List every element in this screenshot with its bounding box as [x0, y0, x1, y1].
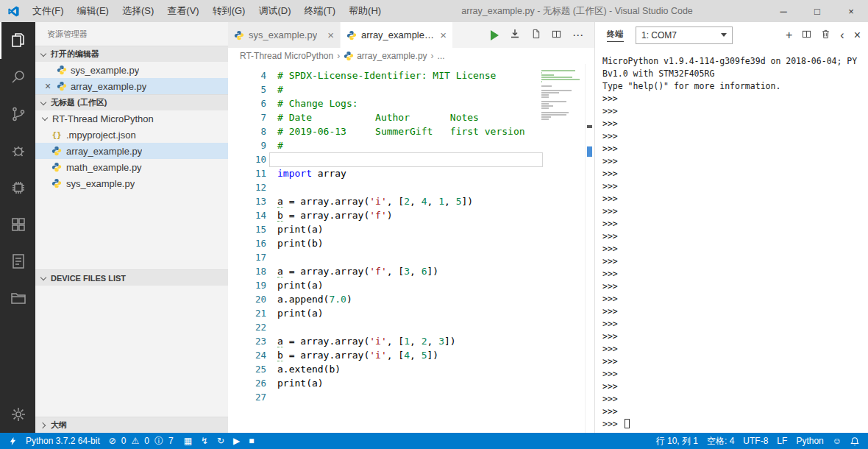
code-line[interactable]: 12	[228, 180, 594, 194]
tab-array_example.py[interactable]: array_example.py×	[341, 22, 453, 48]
code-line[interactable]: 18a = array.array('f', [3, 6])	[228, 264, 594, 278]
code-line[interactable]: 17	[228, 250, 594, 264]
window-title: array_example.py - 无标题 (工作区) - Visual St…	[388, 5, 766, 18]
file-icon[interactable]	[531, 29, 541, 42]
section-device-files[interactable]: DEVICE FILES LIST	[35, 269, 228, 286]
close-icon[interactable]: ×	[327, 29, 334, 41]
notes-icon[interactable]	[0, 243, 35, 280]
python-interpreter[interactable]: Python 3.7.2 64-bit	[21, 433, 104, 449]
code-line[interactable]: 13a = array.array('i', [2, 4, 1, 5])	[228, 194, 594, 208]
board-icon[interactable]: ▦	[179, 433, 196, 449]
new-terminal-icon[interactable]: +	[786, 29, 792, 41]
connection-icon[interactable]	[4, 433, 21, 449]
kill-terminal-icon[interactable]	[821, 29, 830, 42]
close-icon[interactable]: ×	[43, 81, 53, 91]
menu-item[interactable]: 转到(G)	[206, 0, 252, 22]
more-actions-icon[interactable]: ⋯	[572, 29, 584, 42]
folders-icon[interactable]	[0, 280, 35, 317]
close-panel-icon[interactable]: ×	[854, 29, 861, 41]
breadcrumb-item[interactable]: RT-Thread MicroPython	[240, 51, 333, 61]
code-line[interactable]: 26print(a)	[228, 376, 594, 390]
code-editor[interactable]: 4# SPDX-License-Identifier: MIT License5…	[228, 64, 594, 433]
section-outline[interactable]: 大纲	[35, 417, 228, 433]
terminal-output[interactable]: MicroPython v1.9.4-114-g309fe39d on 2018…	[595, 48, 868, 433]
breadcrumb-item[interactable]: ...	[438, 51, 445, 61]
run-icon[interactable]	[491, 30, 499, 40]
code-line[interactable]: 22	[228, 320, 594, 334]
move-panel-icon[interactable]: ‹	[840, 29, 844, 41]
indentation[interactable]: 空格: 4	[702, 433, 739, 449]
open-editor-item[interactable]: ×array_example.py	[35, 78, 228, 94]
stop-icon[interactable]: ■	[244, 433, 258, 449]
feedback-smiley-icon[interactable]: ☺	[828, 433, 846, 449]
menu-item[interactable]: 调试(D)	[252, 0, 297, 22]
source-control-icon[interactable]	[0, 96, 35, 132]
code-line[interactable]: 10	[228, 152, 594, 166]
split-editor-icon[interactable]	[552, 29, 561, 42]
code-line[interactable]: 11import array	[228, 166, 594, 180]
encoding[interactable]: UTF-8	[739, 433, 772, 449]
panel-title[interactable]: 终端	[607, 29, 624, 42]
menu-item[interactable]: 终端(T)	[297, 0, 342, 22]
close-icon[interactable]: ×	[440, 29, 447, 41]
editor-group: sys_example.py×array_example.py× ⋯ RT-Th…	[228, 22, 594, 433]
terminal-select[interactable]: 1: COM7	[636, 26, 733, 44]
device-icon[interactable]	[0, 169, 35, 206]
code-line[interactable]: 21print(a)	[228, 306, 594, 320]
extensions-icon[interactable]	[0, 206, 35, 243]
menu-item[interactable]: 文件(F)	[26, 0, 71, 22]
language-mode[interactable]: Python	[791, 433, 828, 449]
code-line[interactable]: 25a.extend(b)	[228, 362, 594, 376]
code-line[interactable]: 27	[228, 390, 594, 404]
code-line[interactable]: 8# 2019-06-13 SummerGift first version	[228, 124, 594, 138]
code-line[interactable]: 20a.append(7.0)	[228, 292, 594, 306]
code-line[interactable]: 14b = array.array('f')	[228, 208, 594, 222]
breadcrumb: RT-Thread MicroPython›array_example.py›.…	[228, 48, 594, 64]
code-line[interactable]: 16print(b)	[228, 236, 594, 250]
code-line[interactable]: 23a = array.array('i', [1, 2, 3])	[228, 334, 594, 348]
maximize-button[interactable]: □	[800, 0, 834, 22]
menu-item[interactable]: 选择(S)	[115, 0, 160, 22]
minimize-button[interactable]: ─	[766, 0, 800, 22]
menu-item[interactable]: 帮助(H)	[342, 0, 388, 22]
breadcrumb-item[interactable]: array_example.py	[344, 51, 427, 61]
code-line[interactable]: 24b = array.array('i', [4, 5])	[228, 348, 594, 362]
section-workspace[interactable]: 无标题 (工作区)	[35, 94, 228, 110]
code-line[interactable]: 6# Change Logs:	[228, 96, 594, 110]
code-line[interactable]: 9#	[228, 138, 594, 152]
explorer-icon[interactable]	[0, 22, 35, 59]
split-terminal-icon[interactable]	[802, 29, 811, 42]
menu-item[interactable]: 编辑(E)	[71, 0, 115, 22]
code-line[interactable]: 7# Date Author Notes	[228, 110, 594, 124]
code-line[interactable]: 15print(a)	[228, 222, 594, 236]
section-label: DEVICE FILES LIST	[51, 274, 126, 283]
tab-sys_example.py[interactable]: sys_example.py×	[228, 22, 341, 48]
sync-icon[interactable]: ↻	[213, 433, 229, 449]
tree-folder[interactable]: RT-Thread MicroPython	[35, 110, 228, 127]
eol[interactable]: LF	[772, 433, 791, 449]
open-editor-item[interactable]: ×sys_example.py	[35, 62, 228, 78]
menu-item[interactable]: 查看(V)	[160, 0, 205, 22]
debug-icon[interactable]	[0, 132, 35, 169]
code-line[interactable]: 19print(a)	[228, 278, 594, 292]
section-open-editors[interactable]: 打开的编辑器	[35, 46, 228, 62]
editor-scrollbar[interactable]	[585, 64, 594, 433]
minimap[interactable]	[541, 70, 584, 123]
tree-item[interactable]: array_example.py	[35, 143, 228, 159]
tree-item[interactable]: sys_example.py	[35, 175, 228, 191]
tree-item[interactable]: {}.mpyproject.json	[35, 127, 228, 143]
problems-indicator[interactable]: ⊘0 ⚠0 ⓘ7	[104, 433, 179, 449]
run-file-icon[interactable]: ▶	[229, 433, 244, 449]
tree-item[interactable]: math_example.py	[35, 159, 228, 175]
settings-gear-icon[interactable]	[0, 396, 35, 433]
bolt-icon[interactable]: ↯	[196, 433, 213, 449]
cursor-position[interactable]: 行 10, 列 1	[652, 433, 702, 449]
chevron-down-icon	[40, 113, 50, 124]
notifications-bell-icon[interactable]	[846, 433, 864, 449]
close-button[interactable]: ×	[834, 0, 868, 22]
line-number: 26	[228, 376, 266, 390]
code-line[interactable]: 4# SPDX-License-Identifier: MIT License	[228, 68, 594, 82]
search-icon[interactable]	[0, 59, 35, 96]
download-icon[interactable]	[510, 29, 520, 42]
code-line[interactable]: 5#	[228, 82, 594, 96]
